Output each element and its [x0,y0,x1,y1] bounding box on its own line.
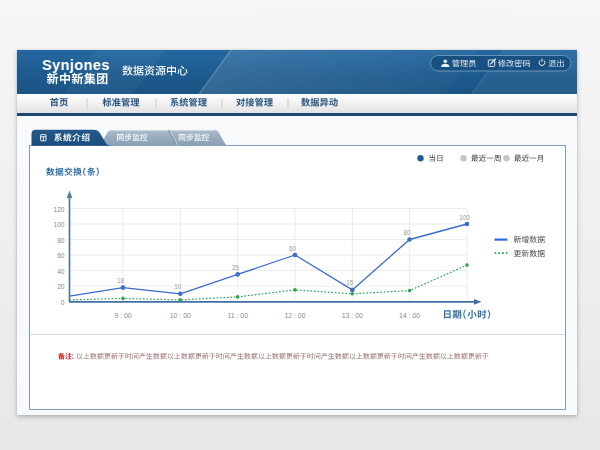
svg-text:11 : 00: 11 : 00 [227,312,248,319]
svg-text:12 : 00: 12 : 00 [284,312,305,319]
svg-text:80: 80 [57,237,65,244]
svg-text:100: 100 [53,221,64,228]
svg-text:60: 60 [289,245,297,252]
svg-text:15: 15 [346,279,354,286]
svg-text:120: 120 [53,206,64,213]
svg-text:100: 100 [459,214,470,221]
svg-text:0: 0 [61,299,65,306]
svg-text:10 : 00: 10 : 00 [170,312,191,319]
svg-text:18: 18 [117,277,125,284]
svg-text:20: 20 [57,283,65,290]
svg-text:9 : 00: 9 : 00 [114,312,131,319]
svg-text:13 : 00: 13 : 00 [342,312,363,319]
svg-text:Synjones: Synjones [42,57,110,73]
svg-text:80: 80 [404,229,412,236]
svg-text:60: 60 [57,252,65,259]
svg-text:35: 35 [232,264,240,271]
svg-text:10: 10 [174,283,182,290]
svg-text:40: 40 [57,268,65,275]
svg-text:14 : 00: 14 : 00 [399,312,420,319]
